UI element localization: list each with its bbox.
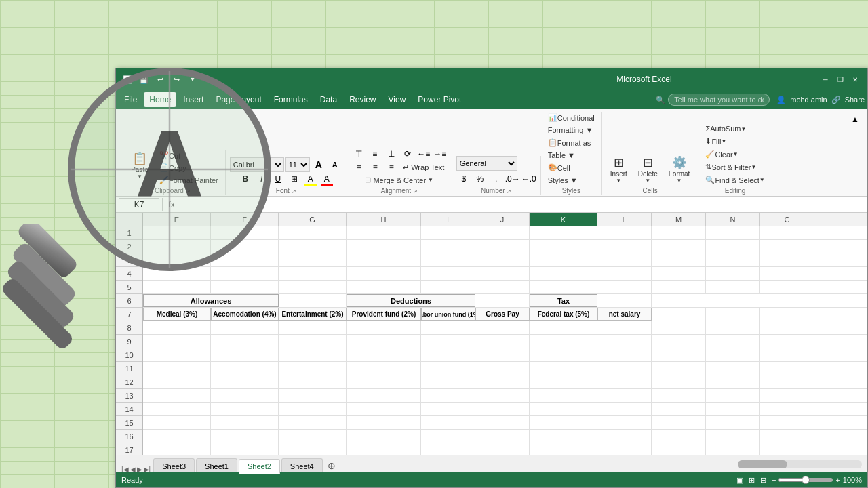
- cell-l4[interactable]: [597, 267, 652, 280]
- row-header-8[interactable]: 8: [116, 321, 142, 335]
- right-align-button[interactable]: ≡: [384, 161, 399, 174]
- sort-filter-button[interactable]: ⇅ Sort & Filter ▼: [703, 161, 767, 173]
- menu-file[interactable]: File: [119, 92, 142, 107]
- share-label[interactable]: Share: [845, 96, 865, 104]
- cell-e2[interactable]: [143, 240, 211, 253]
- left-align-button[interactable]: ≡: [351, 161, 366, 174]
- cell-gross-pay-header[interactable]: Gross Pay: [475, 308, 530, 321]
- cell-i5[interactable]: [421, 281, 475, 293]
- cell-e3[interactable]: [143, 253, 211, 266]
- cell-j2[interactable]: [475, 240, 530, 253]
- menu-page-layout[interactable]: Page Layout: [210, 92, 267, 107]
- comma-button[interactable]: ,: [489, 172, 504, 186]
- name-box[interactable]: [119, 198, 159, 211]
- center-align-button[interactable]: ≡: [368, 161, 382, 174]
- cell-h3[interactable]: [347, 253, 421, 266]
- cell-f3[interactable]: [211, 253, 279, 266]
- zoom-slider[interactable]: [778, 478, 833, 482]
- merge-dropdown-icon[interactable]: ▼: [428, 177, 433, 183]
- cell-l5[interactable]: [597, 281, 652, 293]
- clear-dropdown-icon[interactable]: ▼: [733, 151, 738, 157]
- font-family-select[interactable]: Calibri: [230, 157, 284, 172]
- cell-k2[interactable]: [530, 240, 597, 253]
- cell-l6[interactable]: [597, 294, 652, 307]
- fill-button[interactable]: ⬇ Fill ▼: [703, 136, 767, 147]
- number-format-select[interactable]: General Number Currency Percentage: [456, 156, 517, 171]
- cell-m7[interactable]: [652, 308, 706, 321]
- cell-l1[interactable]: [597, 226, 652, 239]
- cell-e5[interactable]: [143, 281, 211, 293]
- menu-view[interactable]: View: [383, 92, 412, 107]
- cell-k4[interactable]: [530, 267, 597, 280]
- zoom-slider-thumb[interactable]: [802, 476, 810, 484]
- row-header-6[interactable]: 6: [116, 294, 142, 308]
- cell-k3[interactable]: [530, 253, 597, 266]
- col-header-i[interactable]: I: [421, 213, 475, 226]
- cell-f4[interactable]: [211, 267, 279, 280]
- currency-button[interactable]: $: [456, 172, 471, 186]
- undo-icon[interactable]: ↩: [154, 73, 166, 85]
- view-normal-icon[interactable]: ▣: [736, 476, 743, 485]
- row-header-7[interactable]: 7: [116, 308, 142, 321]
- row-header-14[interactable]: 14: [116, 403, 142, 416]
- bottom-align-button[interactable]: ⊥: [384, 147, 399, 161]
- cell-j4[interactable]: [475, 267, 530, 280]
- sheet-tab-sheet2[interactable]: Sheet2: [239, 459, 280, 474]
- row-header-10[interactable]: 10: [116, 348, 142, 362]
- cell-n4[interactable]: [706, 267, 760, 280]
- cell-j1[interactable]: [475, 226, 530, 239]
- paste-button[interactable]: 📋 Paste ▼: [124, 150, 155, 186]
- cell-g8[interactable]: [279, 321, 347, 334]
- cell-e8[interactable]: [143, 321, 211, 334]
- row-header-5[interactable]: 5: [116, 281, 142, 294]
- cell-labor-union-header[interactable]: Labor union fund (1%): [421, 308, 475, 321]
- cell-m4[interactable]: [652, 267, 706, 280]
- underline-button[interactable]: U: [271, 172, 285, 186]
- italic-button[interactable]: I: [254, 172, 269, 186]
- font-expand-icon[interactable]: ↗: [292, 188, 296, 195]
- cell-i1[interactable]: [421, 226, 475, 239]
- percent-button[interactable]: %: [473, 172, 488, 186]
- indent-inc-button[interactable]: →≡: [433, 147, 448, 161]
- decrease-font-button[interactable]: A: [328, 158, 342, 171]
- cell-h8[interactable]: [347, 321, 421, 334]
- customize-qa-icon[interactable]: ▼: [186, 73, 199, 85]
- cell-l3[interactable]: [597, 253, 652, 266]
- cell-m3[interactable]: [652, 253, 706, 266]
- find-select-button[interactable]: 🔍 Find & Select ▼: [703, 174, 767, 186]
- sort-dropdown-icon[interactable]: ▼: [751, 164, 756, 170]
- increase-decimal-button[interactable]: .0→: [505, 172, 520, 186]
- border-button[interactable]: ⊞: [287, 172, 302, 186]
- restore-button[interactable]: ❐: [833, 73, 847, 86]
- cell-h2[interactable]: [347, 240, 421, 253]
- col-header-c[interactable]: C: [760, 213, 814, 226]
- menu-formulas[interactable]: Formulas: [269, 92, 313, 107]
- col-header-l[interactable]: L: [597, 213, 652, 226]
- row-header-16[interactable]: 16: [116, 430, 142, 443]
- col-header-n[interactable]: N: [706, 213, 760, 226]
- cell-j8[interactable]: [475, 321, 530, 334]
- zoom-in-button[interactable]: +: [835, 476, 840, 484]
- menu-insert[interactable]: Insert: [178, 92, 209, 107]
- merge-center-button[interactable]: ⊟ Merge & Center ▼: [362, 174, 436, 186]
- font-color-button[interactable]: A: [319, 172, 334, 186]
- row-header-4[interactable]: 4: [116, 267, 142, 281]
- cell-k8[interactable]: [530, 321, 597, 334]
- minimize-button[interactable]: ─: [818, 73, 832, 86]
- indent-dec-button[interactable]: ←≡: [416, 147, 431, 161]
- cell-e4[interactable]: [143, 267, 211, 280]
- delete-dropdown-icon[interactable]: ▼: [645, 178, 650, 184]
- cell-k1[interactable]: [530, 226, 597, 239]
- clipboard-expand-icon[interactable]: ↗: [186, 188, 191, 195]
- cell-i8[interactable]: [421, 321, 475, 334]
- middle-align-button[interactable]: ≡: [368, 147, 382, 161]
- format-dropdown-icon[interactable]: ▼: [677, 178, 682, 184]
- col-header-j[interactable]: J: [475, 213, 530, 226]
- fill-color-button[interactable]: A: [303, 172, 318, 186]
- number-expand-icon[interactable]: ↗: [507, 188, 511, 195]
- cell-n7[interactable]: [706, 308, 760, 321]
- ribbon-collapse-button[interactable]: ▲: [848, 112, 862, 127]
- save-icon[interactable]: 💾: [138, 73, 150, 85]
- wrap-text-button[interactable]: ↵ Wrap Text: [400, 162, 447, 174]
- redo-icon[interactable]: ↪: [170, 73, 182, 85]
